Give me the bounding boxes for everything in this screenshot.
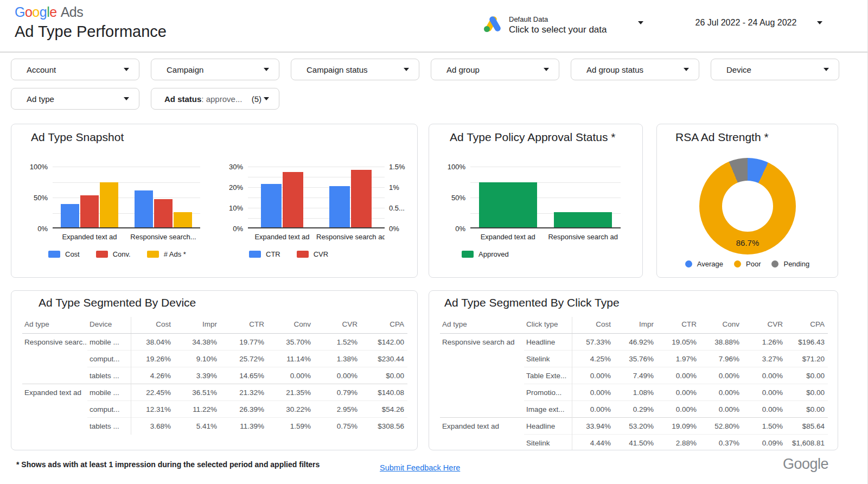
filter-chip-label: Device	[726, 65, 751, 74]
bar-cvr-responsive-search-ad[interactable]	[351, 170, 372, 227]
x-axis-label: Expanded text ad	[470, 233, 546, 241]
table-cell: 0.00%	[743, 401, 786, 418]
table-row[interactable]: comput...19.26%9.10%25.72%11.14%1.38%$23…	[22, 351, 407, 367]
bar-ads-responsive-search[interactable]	[174, 212, 192, 227]
table-cell: Headline	[524, 334, 572, 351]
table-row[interactable]: Responsive searc...mobile ...38.04%34.38…	[22, 334, 407, 351]
filter-chip-campaign-status[interactable]: Campaign status	[291, 59, 419, 80]
table-cell: 4.44%	[572, 435, 614, 451]
data-source-selector[interactable]: Default Data Click to select your data	[482, 11, 650, 39]
table-cell: 11.22%	[174, 401, 220, 418]
table-cell: 3.68%	[131, 418, 174, 435]
filter-chip-label: Campaign status	[307, 65, 368, 74]
x-axis-labels: Expanded text adResponsive search ad	[248, 233, 385, 241]
bar-ads-expanded-text-ad[interactable]	[100, 182, 118, 227]
filter-chip-ad-group-status[interactable]: Ad group status	[571, 59, 699, 80]
table-cell: comput...	[87, 351, 131, 367]
snapshot-rates-chart: 30%20%10%0%1.5%1%0.5...0%Expanded text a…	[223, 163, 413, 245]
bar-approved-responsive-search-ad[interactable]	[554, 212, 612, 227]
x-axis-labels: Expanded text adResponsive search ad	[470, 233, 621, 241]
table-cell: Responsive search ad	[440, 334, 524, 351]
table-row[interactable]: Sitelink4.44%41.50%2.88%0.37%0.09%$1,608…	[440, 435, 828, 451]
table-row[interactable]: tablets ...3.68%5.41%11.39%1.59%0.75%$30…	[22, 418, 407, 435]
filter-chip-ad-group[interactable]: Ad group	[431, 59, 559, 80]
y-axis-tick: 50%	[22, 194, 48, 202]
table-cell: $71.20	[786, 351, 828, 367]
bar-group-expanded-text-ad	[248, 167, 316, 227]
column-header-ctr: CTR	[220, 317, 267, 334]
table-row[interactable]: Table Exte...0.00%7.49%0.00%0.00%0.00%$0…	[440, 367, 828, 384]
table-row[interactable]: Promotio...0.00%1.08%0.00%0.00%0.00%$0.0…	[440, 384, 828, 401]
column-header-cpa: CPA	[361, 317, 407, 334]
table-cell: 0.00%	[572, 384, 614, 401]
bar-group-responsive-search-ad	[316, 167, 385, 227]
y-axis-tick: 10%	[223, 204, 243, 212]
table-cell: 19.77%	[220, 334, 267, 351]
table-cell: 0.00%	[572, 401, 614, 418]
legend-item-conv: Conv.	[96, 250, 131, 258]
bar-cost-responsive-search[interactable]	[135, 190, 153, 227]
table-cell: 1.59%	[267, 418, 314, 435]
filter-chip-ad-type[interactable]: Ad type	[11, 88, 139, 110]
bar-conv-expanded-text-ad[interactable]	[80, 195, 99, 227]
table-cell: Promotio...	[524, 384, 572, 401]
legend-label: Pending	[783, 260, 809, 268]
table-cell: 1.97%	[657, 351, 700, 367]
filter-chip-ad-status[interactable]: Ad status: approve... (5)	[151, 88, 279, 110]
table-row[interactable]: Image ext...0.00%0.29%0.00%0.00%0.00%$0.…	[440, 401, 828, 418]
y-axis-tick-right: 1%	[389, 183, 399, 192]
card-rsa-ad-strength: RSA Ad Strength * 86.7% AveragePoorPendi…	[656, 124, 838, 278]
table-cell: Headline	[524, 418, 572, 435]
legend-item-ctr: CTR	[249, 250, 280, 258]
y-axis-tick: 20%	[223, 183, 243, 192]
table-row[interactable]: Sitelink4.25%35.76%1.97%7.96%3.27%$71.20	[440, 351, 828, 367]
table-cell: 11.39%	[220, 418, 267, 435]
x-axis-label: Expanded text ad	[248, 233, 316, 241]
submit-feedback-link[interactable]: Submit Feedback Here	[380, 463, 460, 472]
y-axis-tick: 0%	[442, 225, 465, 233]
bar-conv-responsive-search[interactable]	[154, 199, 173, 227]
table-row[interactable]: tablets ...4.26%3.39%14.65%0.00%0.00%$0.…	[22, 367, 407, 384]
card-segmented-by-device: Ad Type Segmented By Device Ad typeDevic…	[11, 290, 418, 450]
legend-label: # Ads *	[164, 250, 186, 258]
bar-ctr-responsive-search-ad[interactable]	[329, 186, 350, 227]
legend-label: Cost	[65, 250, 80, 258]
table-cell: 57.33%	[572, 334, 614, 351]
table-cell: Responsive searc...	[22, 334, 87, 351]
filter-chip-device[interactable]: Device	[711, 59, 839, 80]
table-row[interactable]: comput...12.31%11.22%26.39%30.22%2.95%$5…	[22, 401, 407, 418]
bar-groups	[470, 167, 621, 227]
table-cell: 7.96%	[700, 351, 743, 367]
table-cell	[22, 418, 87, 435]
bar-cost-expanded-text-ad[interactable]	[61, 204, 79, 227]
table-cell: 0.00%	[700, 367, 743, 384]
table-cell: 5.41%	[174, 418, 220, 435]
table-cell: 19.05%	[657, 334, 700, 351]
chevron-down-icon	[124, 68, 129, 71]
bar-cvr-expanded-text-ad[interactable]	[283, 172, 303, 227]
bar-groups	[53, 167, 200, 227]
table-row[interactable]: Responsive search adHeadline57.33%46.92%…	[440, 334, 828, 351]
legend-swatch	[96, 251, 108, 258]
rsa-donut-chart[interactable]: 86.7%	[699, 158, 796, 254]
table-row[interactable]: Expanded text adHeadline33.94%53.20%19.0…	[440, 418, 828, 435]
table-cell: 21.32%	[220, 384, 267, 401]
bar-ctr-expanded-text-ad[interactable]	[261, 184, 282, 227]
filter-chip-account[interactable]: Account	[11, 59, 139, 80]
legend-item-cvr: CVR	[297, 250, 328, 258]
date-range-selector[interactable]: 26 Jul 2022 - 24 Aug 2022	[670, 18, 822, 28]
legend-label: Average	[697, 260, 723, 268]
table-header-row: Ad typeDeviceCostImprCTRConvCVRCPA	[22, 317, 407, 334]
table-row[interactable]: Expanded text admobile ...22.45%36.51%21…	[22, 384, 407, 401]
legend-swatch	[48, 251, 60, 258]
bar-approved-expanded-text-ad[interactable]	[479, 182, 537, 227]
y-axis-tick-right: 0%	[389, 225, 399, 233]
filter-chip-campaign[interactable]: Campaign	[151, 59, 279, 80]
chevron-down-icon	[264, 68, 269, 71]
legend-swatch	[685, 260, 692, 268]
table-cell: comput...	[87, 401, 131, 418]
table-cell: 25.72%	[220, 351, 267, 367]
table-cell: 0.09%	[743, 435, 786, 451]
logo-letter: e	[49, 4, 56, 20]
table-cell: $0.00	[786, 367, 828, 384]
